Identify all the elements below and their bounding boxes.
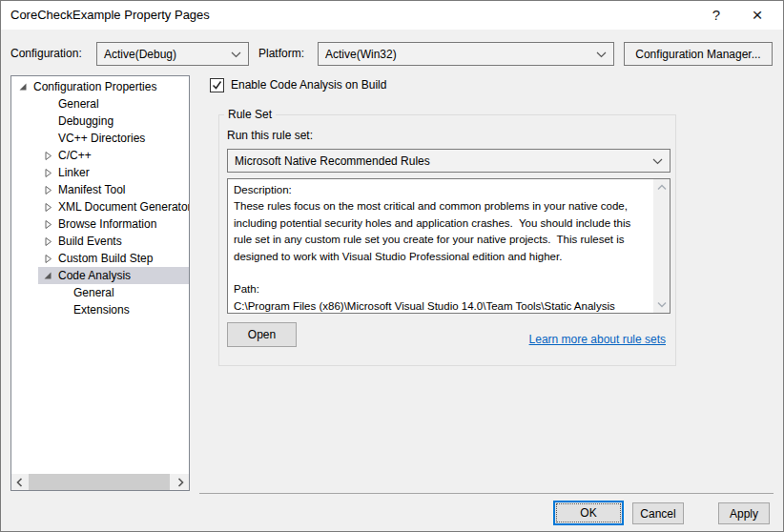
expanded-icon[interactable] xyxy=(38,271,57,280)
collapsed-icon[interactable] xyxy=(38,202,57,213)
tree-item-label: Code Analysis xyxy=(57,267,131,284)
tree-item-debugging[interactable]: Debugging xyxy=(11,113,189,130)
tree-item-general[interactable]: General xyxy=(11,284,189,301)
enable-code-analysis-checkbox[interactable] xyxy=(210,78,224,92)
configuration-select[interactable]: Active(Debug) xyxy=(96,42,249,66)
tree-indent xyxy=(11,198,38,215)
configuration-tree: Configuration PropertiesGeneralDebugging… xyxy=(10,75,190,491)
configuration-label: Configuration: xyxy=(10,42,82,66)
checkmark-icon xyxy=(212,80,222,91)
collapsed-icon[interactable] xyxy=(38,254,57,264)
tree-indent xyxy=(11,113,38,130)
scrollbar-thumb[interactable] xyxy=(29,474,170,490)
apply-button[interactable]: Apply xyxy=(718,502,770,524)
enable-code-analysis-label: Enable Code Analysis on Build xyxy=(231,77,386,92)
tree-indent xyxy=(11,181,38,198)
tree-item-label: Linker xyxy=(57,164,90,181)
tree-item-label: Browse Information xyxy=(57,215,156,233)
tree-item-label: General xyxy=(57,95,99,113)
tree-indent xyxy=(11,164,38,181)
tree-item-label: Configuration Properties xyxy=(32,78,156,95)
tree-indent xyxy=(11,147,38,164)
help-icon[interactable]: ? xyxy=(704,1,729,30)
collapsed-icon[interactable] xyxy=(38,151,57,161)
tree-indent xyxy=(11,233,38,250)
cancel-button[interactable]: Cancel xyxy=(632,502,684,524)
learn-more-link[interactable]: Learn more about rule sets xyxy=(529,333,666,346)
collapsed-icon[interactable] xyxy=(38,236,57,247)
tree-rows: Configuration PropertiesGeneralDebugging… xyxy=(11,78,189,318)
tree-item-label: Extensions xyxy=(72,301,130,318)
configuration-manager-button[interactable]: Configuration Manager... xyxy=(624,42,773,66)
titlebar: CoreCheckExample Property Pages ? × xyxy=(1,1,783,30)
tree-item-browse-information[interactable]: Browse Information xyxy=(11,215,189,233)
chevron-down-icon xyxy=(596,51,607,58)
tree-item-linker[interactable]: Linker xyxy=(11,164,189,181)
expanded-icon[interactable] xyxy=(13,82,32,92)
tree-item-custom-build-step[interactable]: Custom Build Step xyxy=(11,250,189,267)
tree-indent xyxy=(11,95,38,113)
rule-set-group: Rule Set Run this rule set: Microsoft Na… xyxy=(218,114,676,366)
platform-value: Active(Win32) xyxy=(325,48,397,61)
tree-item-label: Build Events xyxy=(57,233,122,250)
footer-separator xyxy=(199,493,774,494)
tree-item-label: General xyxy=(72,284,114,301)
tree-item-code-analysis[interactable]: Code Analysis xyxy=(11,267,189,284)
collapsed-icon[interactable] xyxy=(38,219,57,230)
run-rule-set-label: Run this rule set: xyxy=(227,129,313,142)
property-pages-dialog: CoreCheckExample Property Pages ? × Conf… xyxy=(0,0,784,532)
tree-indent xyxy=(11,250,38,267)
scroll-right-icon[interactable] xyxy=(173,474,189,490)
chevron-down-icon xyxy=(652,158,663,165)
collapsed-icon[interactable] xyxy=(38,168,57,178)
tree-item-manifest-tool[interactable]: Manifest Tool xyxy=(11,181,189,198)
tree-indent xyxy=(11,215,38,233)
description-vertical-scrollbar[interactable] xyxy=(653,179,670,313)
tree-item-label: Manifest Tool xyxy=(57,181,125,198)
tree-item-build-events[interactable]: Build Events xyxy=(11,233,189,250)
tree-indent xyxy=(11,267,38,284)
rule-set-select[interactable]: Microsoft Native Recommended Rules xyxy=(227,149,671,173)
open-button[interactable]: Open xyxy=(227,322,297,347)
rule-set-group-title: Rule Set xyxy=(224,108,276,122)
tree-item-configuration-properties[interactable]: Configuration Properties xyxy=(11,78,189,95)
platform-label: Platform: xyxy=(258,42,304,66)
scroll-left-icon[interactable] xyxy=(11,474,28,490)
tree-horizontal-scrollbar[interactable] xyxy=(11,474,189,490)
window-title: CoreCheckExample Property Pages xyxy=(10,1,210,30)
tree-item-label: XML Document Generator xyxy=(57,198,190,215)
collapsed-icon[interactable] xyxy=(38,185,57,195)
tree-item-label: Custom Build Step xyxy=(57,250,153,267)
tree-item-xml-document-generator[interactable]: XML Document Generator xyxy=(11,198,189,215)
configuration-value: Active(Debug) xyxy=(104,48,176,61)
rule-set-description-box: Description: These rules focus on the mo… xyxy=(227,178,671,314)
tree-item-label: C/C++ xyxy=(57,147,92,164)
scroll-down-icon[interactable] xyxy=(653,297,670,313)
tree-indent xyxy=(11,130,38,147)
rule-set-description: Description: These rules focus on the mo… xyxy=(228,179,653,313)
tree-indent xyxy=(11,284,53,301)
ok-button[interactable]: OK xyxy=(553,501,624,525)
tree-item-c-c[interactable]: C/C++ xyxy=(11,147,189,164)
tree-item-general[interactable]: General xyxy=(11,95,189,113)
chevron-down-icon xyxy=(231,51,241,58)
close-icon[interactable]: × xyxy=(745,1,770,30)
tree-indent xyxy=(11,301,53,318)
tree-item-label: Debugging xyxy=(57,113,113,130)
tree-item-label: VC++ Directories xyxy=(57,130,145,147)
scroll-up-icon[interactable] xyxy=(653,179,670,195)
rule-set-value: Microsoft Native Recommended Rules xyxy=(235,154,430,168)
tree-item-extensions[interactable]: Extensions xyxy=(11,301,189,318)
tree-item-vc-directories[interactable]: VC++ Directories xyxy=(11,130,189,147)
platform-select[interactable]: Active(Win32) xyxy=(318,42,614,66)
